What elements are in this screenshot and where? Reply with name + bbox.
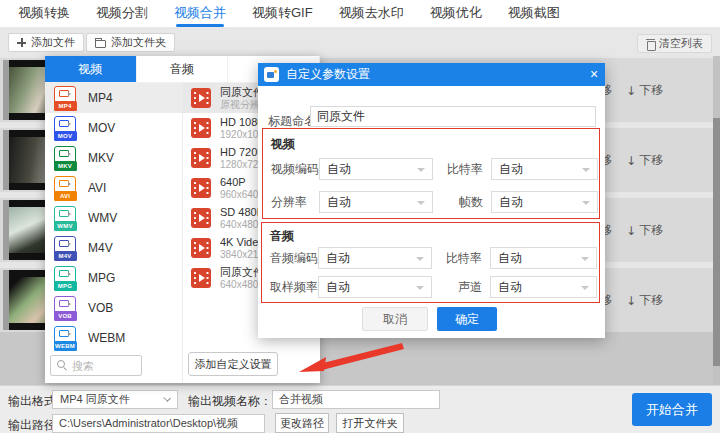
resolution-name: 640P xyxy=(220,176,258,189)
film-icon xyxy=(191,88,211,108)
m4v-file-icon: M4V xyxy=(54,236,76,261)
resolution-label: 分辨率 xyxy=(271,191,307,213)
output-name-label: 输出视频名称： xyxy=(188,393,272,410)
avi-file-icon: AVI xyxy=(54,176,76,201)
format-label: M4V xyxy=(88,241,113,255)
cancel-button[interactable]: 取消 xyxy=(362,307,428,331)
channels-label: 声道 xyxy=(440,276,482,298)
move-down-button[interactable]: ↓下移 xyxy=(626,152,663,169)
start-merge-button[interactable]: 开始合并 xyxy=(632,393,712,426)
tab-video-screenshot[interactable]: 视频截图 xyxy=(508,0,560,28)
resolution-select[interactable]: 自动 xyxy=(319,191,433,213)
search-input[interactable] xyxy=(72,360,132,372)
dialog-buttons: 取消 确定 xyxy=(258,307,605,333)
video-section: 视频 视频编码 自动 比特率 自动 分辨率 自动 帧数 自动 xyxy=(262,128,600,219)
format-label: VOB xyxy=(88,301,113,315)
format-item-avi[interactable]: AVI AVI xyxy=(45,173,182,203)
format-search-box[interactable] xyxy=(50,355,142,376)
audio-bitrate-label: 比特率 xyxy=(440,247,482,269)
move-down-button[interactable]: ↓下移 xyxy=(626,222,663,239)
title-name-input[interactable] xyxy=(310,106,596,127)
arrow-down-icon: ↓ xyxy=(626,293,636,307)
framerate-select[interactable]: 自动 xyxy=(491,191,598,213)
audio-codec-label: 音频编码 xyxy=(270,247,318,269)
arrow-down-icon: ↓ xyxy=(626,153,636,167)
move-down-button[interactable]: ↓下移 xyxy=(626,82,663,99)
tab-video-to-gif[interactable]: 视频转GIF xyxy=(252,0,313,28)
open-folder-button[interactable]: 打开文件夹 xyxy=(336,413,404,433)
mkv-file-icon: MKV xyxy=(54,146,76,171)
output-path-label: 输出路径 xyxy=(8,417,56,433)
tab-video-optimize[interactable]: 视频优化 xyxy=(430,0,482,28)
add-folder-label: 添加文件夹 xyxy=(111,35,166,50)
dialog-title: 自定义参数设置 xyxy=(286,66,583,83)
video-codec-label: 视频编码 xyxy=(271,158,319,180)
panel-tab-audio[interactable]: 音频 xyxy=(137,56,229,82)
audio-section-title: 音频 xyxy=(270,228,294,245)
format-item-wmv[interactable]: WMV WMV xyxy=(45,203,182,233)
move-down-label: 下移 xyxy=(639,292,663,309)
output-path-input[interactable] xyxy=(52,414,265,433)
move-down-label: 下移 xyxy=(639,82,663,99)
add-custom-setting-button[interactable]: 添加自定义设置 xyxy=(188,352,278,376)
format-item-mp4[interactable]: MP4 MP4 xyxy=(45,83,182,113)
framerate-label: 帧数 xyxy=(441,191,483,213)
sample-rate-label: 取样频率 xyxy=(270,276,318,298)
audio-codec-select[interactable]: 自动 xyxy=(318,247,432,269)
video-bitrate-label: 比特率 xyxy=(441,158,483,180)
add-file-button[interactable]: 添加文件 xyxy=(8,33,84,52)
format-item-mpg[interactable]: MPG MPG xyxy=(45,263,182,293)
app-logo-icon xyxy=(264,67,279,82)
film-icon xyxy=(191,208,211,228)
channels-select[interactable]: 自动 xyxy=(490,276,597,298)
annotation-arrow xyxy=(296,339,406,381)
list-scrollbar[interactable] xyxy=(713,56,720,385)
format-label: MP4 xyxy=(88,91,113,105)
format-item-vob[interactable]: VOB VOB xyxy=(45,293,182,323)
change-path-button[interactable]: 更改路径 xyxy=(275,413,329,433)
app-window: 视频转换 视频分割 视频合并 视频转GIF 视频去水印 视频优化 视频截图 添加… xyxy=(0,0,720,433)
tab-video-split[interactable]: 视频分割 xyxy=(96,0,148,28)
format-label: MKV xyxy=(88,151,114,165)
custom-params-dialog: 自定义参数设置 × 标题命名 视频 视频编码 自动 比特率 自动 分辨率 自动 … xyxy=(258,63,605,338)
audio-bitrate-select[interactable]: 自动 xyxy=(490,247,597,269)
video-bitrate-select[interactable]: 自动 xyxy=(491,158,598,180)
video-codec-select[interactable]: 自动 xyxy=(319,158,433,180)
webm-file-icon: WEBM xyxy=(54,326,76,351)
output-format-select[interactable]: MP4 同原文件 xyxy=(52,390,178,409)
vob-file-icon: VOB xyxy=(54,296,76,321)
search-icon xyxy=(57,360,68,371)
tab-video-watermark-remove[interactable]: 视频去水印 xyxy=(339,0,404,28)
clear-list-button[interactable]: 清空列表 xyxy=(637,34,712,53)
dialog-title-bar[interactable]: 自定义参数设置 × xyxy=(258,63,605,86)
chevron-down-icon xyxy=(163,394,171,402)
close-icon[interactable]: × xyxy=(583,63,605,86)
mov-file-icon: MOV xyxy=(54,116,76,141)
format-label: MOV xyxy=(88,121,115,135)
format-item-mov[interactable]: MOV MOV xyxy=(45,113,182,143)
film-icon xyxy=(191,118,211,138)
move-down-button[interactable]: ↓下移 xyxy=(626,292,663,309)
clear-list-label: 清空列表 xyxy=(659,36,703,51)
confirm-button[interactable]: 确定 xyxy=(437,307,497,331)
format-item-mkv[interactable]: MKV MKV xyxy=(45,143,182,173)
plus-icon xyxy=(17,38,26,47)
output-format-label: 输出格式 xyxy=(8,393,56,410)
output-bar: 输出格式 MP4 同原文件 输出视频名称： 输出路径 更改路径 打开文件夹 开始… xyxy=(0,385,720,433)
film-icon xyxy=(191,148,211,168)
sample-rate-select[interactable]: 自动 xyxy=(318,276,432,298)
arrow-down-icon: ↓ xyxy=(626,223,636,237)
tab-video-convert[interactable]: 视频转换 xyxy=(18,0,70,28)
panel-tab-video[interactable]: 视频 xyxy=(45,56,137,82)
arrow-down-icon: ↓ xyxy=(626,83,636,97)
format-item-webm[interactable]: WEBM WEBM xyxy=(45,323,182,353)
output-name-input[interactable] xyxy=(272,390,440,409)
wmv-file-icon: WMV xyxy=(54,206,76,231)
format-item-m4v[interactable]: M4V M4V xyxy=(45,233,182,263)
toolbar: 添加文件 添加文件夹 清空列表 xyxy=(0,28,720,56)
main-tab-bar: 视频转换 视频分割 视频合并 视频转GIF 视频去水印 视频优化 视频截图 xyxy=(0,0,720,28)
tab-video-merge[interactable]: 视频合并 xyxy=(174,0,226,28)
scrollbar-thumb[interactable] xyxy=(713,118,720,366)
add-folder-button[interactable]: 添加文件夹 xyxy=(86,33,175,52)
film-icon xyxy=(191,178,211,198)
